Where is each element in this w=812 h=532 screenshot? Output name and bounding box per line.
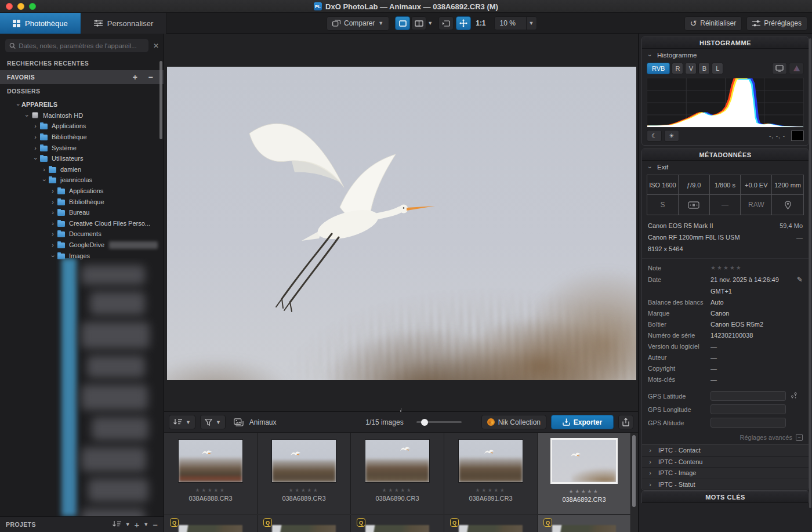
thumbnail-rating[interactable]: ★★★★★ [382, 487, 413, 493]
channel-button-rvb[interactable]: RVB [647, 63, 670, 74]
folder-tree-item[interactable]: ›Macintosh HD [0, 110, 164, 121]
chevron-expanded-icon[interactable]: › [41, 177, 48, 184]
folder-tree-item[interactable]: ›damien [0, 164, 164, 175]
folder-tree-item[interactable]: ›APPAREILS [0, 99, 164, 110]
thumbnail-cell-partial[interactable]: Q [258, 515, 350, 532]
channel-button-r[interactable]: R [672, 63, 683, 74]
favorites-header[interactable]: FAVORIS + − [0, 70, 164, 84]
right-panel-scrollbar[interactable] [809, 38, 811, 508]
channel-button-b[interactable]: B [698, 63, 710, 74]
folder-tree-item[interactable]: ›Bibliothèque [0, 132, 164, 143]
close-window-button[interactable] [6, 3, 13, 10]
thumbnail-rating[interactable]: ★★★★★ [289, 487, 320, 493]
thumbnail-cell[interactable]: ★★★★★038A6889.CR3 [258, 433, 350, 514]
folder-tree-item[interactable]: ›Système [0, 142, 164, 153]
close-icon[interactable]: ✕ [153, 42, 159, 50]
tab-personnaliser[interactable]: Personnaliser [81, 13, 167, 34]
folder-tree-item[interactable]: ›Bureau [0, 207, 164, 218]
thumbnail-cell-partial[interactable]: Q [538, 515, 630, 532]
folder-tree-item[interactable]: ›Applications [0, 121, 164, 132]
chevron-collapsed-icon[interactable]: › [32, 122, 39, 129]
thumbnail-rating[interactable]: ★★★★★ [476, 487, 506, 493]
sort-icon[interactable] [113, 521, 121, 528]
folder-tree-item[interactable]: ›Applications [0, 186, 164, 197]
channel-button-l[interactable]: L [712, 63, 723, 74]
chevron-down-icon[interactable]: ▼ [125, 522, 130, 527]
shadow-clipping-button[interactable]: ☾ [647, 130, 662, 142]
single-view-button[interactable] [395, 16, 410, 30]
iptc-section-statut[interactable]: ›IPTC - Statut [642, 479, 809, 491]
thumbnail-cell[interactable]: ★★★★★038A6891.CR3 [444, 433, 537, 514]
pan-tool-button[interactable] [456, 16, 471, 30]
thumbnail-rating[interactable]: ★★★★★ [569, 488, 600, 494]
chevron-collapsed-icon[interactable]: › [49, 230, 56, 237]
reset-button[interactable]: ↺ Réinitialiser [684, 16, 742, 31]
chevron-collapsed-icon[interactable]: › [41, 166, 48, 173]
chevron-collapsed-icon[interactable]: › [49, 220, 56, 227]
chevron-collapsed-icon[interactable]: › [32, 133, 39, 140]
edit-pencil-icon[interactable]: ✎ [797, 276, 803, 284]
chevron-expanded-icon[interactable]: › [24, 112, 31, 119]
view-chevron-icon[interactable]: ▼ [427, 20, 433, 26]
zoom-level-select[interactable]: 10 % ▼ [494, 16, 537, 30]
export-button[interactable]: Exporter [551, 415, 614, 429]
folder-tree-item[interactable]: ›Creative Cloud Files Perso... [0, 218, 164, 229]
folder-tree-item[interactable]: ›jeannicolas [0, 175, 164, 186]
gps-pin-icon[interactable] [791, 392, 798, 400]
chevron-collapsed-icon[interactable]: › [32, 144, 39, 151]
sort-button[interactable]: ▼ [169, 415, 195, 429]
nik-collection-button[interactable]: Nik Collection [481, 415, 546, 429]
one-to-one-button[interactable]: 1:1 [473, 19, 488, 27]
add-project-button[interactable]: + [135, 520, 140, 530]
iptc-section-contenu[interactable]: ›IPTC - Contenu [642, 457, 809, 468]
thumbnail-cell[interactable]: ★★★★★038A6888.CR3 [164, 433, 257, 514]
search-box[interactable] [5, 38, 149, 53]
chevron-collapsed-icon[interactable]: › [49, 241, 56, 248]
share-button[interactable] [618, 415, 633, 429]
gps-input[interactable] [710, 391, 786, 401]
presets-button[interactable]: Préréglages [746, 16, 807, 31]
search-input[interactable] [19, 42, 144, 49]
compare-button[interactable]: Comparer ▼ [327, 16, 389, 31]
collapse-chevron-icon[interactable]: › [647, 165, 654, 171]
chevron-collapsed-icon[interactable]: › [49, 198, 56, 205]
sidebar-scrollbar[interactable] [160, 61, 162, 139]
fit-screen-button[interactable] [438, 16, 454, 30]
iptc-section-contact[interactable]: ›IPTC - Contact [642, 445, 809, 457]
iptc-section-image[interactable]: ›IPTC - Image [642, 468, 809, 479]
monitor-gamut-button[interactable] [772, 63, 787, 74]
gps-input[interactable] [710, 404, 786, 414]
remove-project-button[interactable]: − [153, 520, 158, 530]
thumbnail-cell-partial[interactable]: Q [164, 515, 257, 532]
filmstrip-scrollbar[interactable] [632, 435, 636, 507]
chevron-collapsed-icon[interactable]: › [49, 209, 56, 216]
chevron-collapsed-icon[interactable]: › [49, 187, 56, 194]
split-view-button[interactable] [411, 16, 426, 30]
zoom-window-button[interactable] [29, 3, 36, 10]
thumbnail-size-slider[interactable] [416, 421, 462, 423]
main-photo-egret[interactable] [167, 67, 636, 380]
collapse-chevron-icon[interactable]: › [647, 53, 654, 59]
folder-tree-item[interactable]: ›GoogleDrive [0, 240, 164, 251]
minimize-window-button[interactable] [17, 3, 24, 10]
image-viewer-canvas[interactable] [164, 34, 638, 412]
printer-gamut-button[interactable] [789, 63, 804, 74]
highlight-clipping-button[interactable]: ☀ [664, 130, 679, 142]
chevron-down-icon[interactable]: ▼ [143, 522, 148, 527]
thumbnail-rating[interactable]: ★★★★★ [195, 487, 226, 493]
remove-favorite-button[interactable]: − [148, 73, 153, 82]
thumbnail-cell-partial[interactable]: Q [351, 515, 444, 532]
thumbnail-cell[interactable]: ★★★★★038A6892.CR3 [538, 433, 630, 514]
chevron-expanded-icon[interactable]: › [32, 155, 39, 162]
folder-tree-item[interactable]: ›Utilisateurs [0, 153, 164, 164]
thumbnail-cell[interactable]: ★★★★★038A6890.CR3 [351, 433, 444, 514]
thumbnail-cell-partial[interactable]: Q [444, 515, 537, 532]
chevron-expanded-icon[interactable]: › [15, 102, 22, 108]
advanced-settings[interactable]: Réglages avancés − [642, 429, 809, 444]
folder-tree-item[interactable]: ›Bibliothèque [0, 196, 164, 207]
filter-button[interactable]: ▼ [200, 415, 226, 429]
gps-input[interactable] [710, 418, 786, 428]
folder-tree-item[interactable]: ›Documents [0, 229, 164, 240]
add-favorite-button[interactable]: + [133, 73, 138, 82]
slider-knob[interactable] [421, 419, 428, 426]
